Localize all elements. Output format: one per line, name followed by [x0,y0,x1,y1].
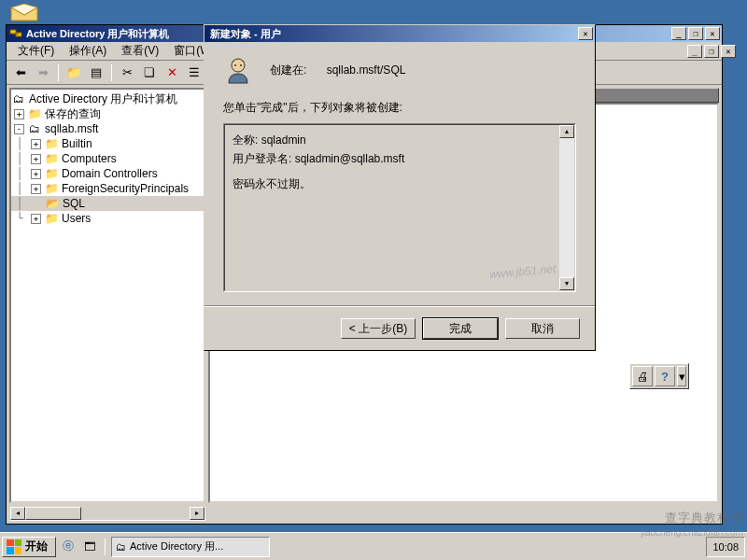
tree-root[interactable]: 🗂 Active Directory 用户和计算机 [11,91,204,106]
back-button[interactable]: < 上一步(B) [341,318,416,339]
mdi-controls: _ ❐ ✕ [685,45,736,58]
dialog-instruction: 您单击"完成"后，下列对象将被创建: [223,100,576,116]
taskbar-item-ad[interactable]: 🗂 Active Directory 用... [111,537,270,557]
dialog-title: 新建对象 - 用户 [206,27,281,41]
copy-icon-tb[interactable]: ❏ [139,63,160,83]
folder-icon: 📁 [44,212,59,225]
summary-logon: 用户登录名: sqladmin@sqllab.msft [233,149,567,168]
help-icon[interactable]: ? [655,366,675,386]
taskbar: 开始 ⓔ 🗔 🗂 Active Directory 用... 10:08 [0,532,747,560]
windows-flag-icon [7,539,21,554]
properties-icon[interactable]: ☰ [184,63,204,83]
watermark-corner-url: jiaocheng.chazidian.com [641,527,743,538]
tree-dc[interactable]: │ + 📁 Domain Controllers [11,166,204,181]
expander-plus-icon[interactable]: + [31,139,41,149]
mmc-app-icon [8,26,23,41]
tree-fsp[interactable]: │ + 📁 ForeignSecurityPrincipals [11,181,204,196]
expander-minus-icon[interactable]: - [14,124,24,134]
create-in-path: sqllab.msft/SQL [327,63,406,77]
menu-file[interactable]: 文件(F) [10,42,62,60]
quicklaunch-ie-icon[interactable]: ⓔ [59,537,78,557]
scroll-right-icon[interactable]: ▸ [190,507,204,520]
tree-sql[interactable]: │ 📂 SQL [11,196,204,211]
task-app-icon: 🗂 [116,541,126,553]
watermark-corner: 查字典教程网 [665,510,743,526]
tree-builtin[interactable]: │ + 📁 Builtin [11,136,204,151]
close-button[interactable]: ✕ [705,27,720,40]
expander-plus-icon[interactable]: + [31,184,41,194]
mdi-minimize-button[interactable]: _ [687,45,702,58]
minimize-button[interactable]: _ [671,27,686,40]
scroll-up-icon[interactable]: ▴ [559,125,574,138]
menu-action[interactable]: 操作(A) [62,42,114,60]
new-user-dialog: 新建对象 - 用户 ✕ 创建在: sqllab.msft/SQL 您单击"完成"… [204,24,596,351]
menu-view[interactable]: 查看(V) [114,42,166,60]
tree-panel[interactable]: 🗂 Active Directory 用户和计算机 + 📁 保存的查询 - 🗂 … [9,88,205,503]
svg-rect-0 [10,30,16,34]
show-pane-icon[interactable]: ▤ [86,63,106,83]
folder-icon: 📁 [44,152,59,165]
mdi-close-button[interactable]: ✕ [721,45,736,58]
scrollbar-thumb[interactable] [25,507,81,520]
scroll-down-icon[interactable]: ▾ [559,277,574,290]
svg-point-4 [234,64,236,66]
watermark-center: www.jb51.net [488,259,557,285]
cancel-button[interactable]: 取消 [505,318,580,339]
folder-icon: 📁 [27,107,42,120]
expander-plus-icon[interactable]: + [14,109,24,119]
start-button[interactable]: 开始 [2,537,56,557]
dialog-close-button[interactable]: ✕ [578,27,593,40]
maximize-button[interactable]: ❐ [688,27,703,40]
summary-box: 全称: sqladmin 用户登录名: sqladmin@sqllab.msft… [223,123,576,292]
folder-icon: 📁 [44,182,59,195]
nav-back-icon[interactable]: ⬅ [10,63,31,83]
scroll-left-icon[interactable]: ◂ [10,507,25,520]
delete-icon[interactable]: ✕ [162,63,182,83]
tree-users[interactable]: └ + 📁 Users [11,211,204,226]
print-icon[interactable]: 🖨 [632,366,653,386]
up-folder-icon[interactable]: 📁 [63,63,84,83]
expander-plus-icon[interactable]: + [31,214,41,224]
tree-computers[interactable]: │ + 📁 Computers [11,151,204,166]
create-in-label: 创建在: [270,63,306,77]
svg-point-5 [240,64,242,66]
tree-scrollbar[interactable]: ◂ ▸ [9,506,205,521]
finish-button[interactable]: 完成 [423,318,498,339]
dialog-titlebar[interactable]: 新建对象 - 用户 ✕ [204,25,595,42]
tray-time: 10:08 [712,541,739,553]
user-head-icon [223,55,253,85]
mmc-title: Active Directory 用户和计算机 [26,27,169,41]
folder-icon: 📁 [44,167,59,180]
domain-icon: 🗂 [27,122,42,135]
svg-point-3 [232,59,245,72]
tree-saved-queries[interactable]: + 📁 保存的查询 [11,106,204,121]
content-inline-toolbar: 🖨 ? ▾ [629,363,689,389]
expander-plus-icon[interactable]: + [31,169,41,179]
summary-fullname: 全称: sqladmin [233,131,567,149]
expander-plus-icon[interactable]: + [31,154,41,164]
more-icon[interactable]: ▾ [677,366,686,386]
folder-icon: 📂 [45,197,60,210]
tree-domain[interactable]: - 🗂 sqllab.msft [11,121,204,136]
summary-scrollbar[interactable]: ▴ ▾ [559,125,574,290]
quicklaunch-desktop-icon[interactable]: 🗔 [80,537,99,557]
folder-icon: 📁 [44,137,59,150]
summary-password-policy: 密码永不过期。 [233,175,567,193]
desktop-mail-icon[interactable] [9,2,39,24]
mdi-restore-button[interactable]: ❐ [704,45,719,58]
cut-icon[interactable]: ✂ [117,63,137,83]
nav-forward-icon[interactable]: ➡ [33,63,53,83]
system-tray[interactable]: 10:08 [706,537,745,557]
ad-icon: 🗂 [11,92,26,105]
